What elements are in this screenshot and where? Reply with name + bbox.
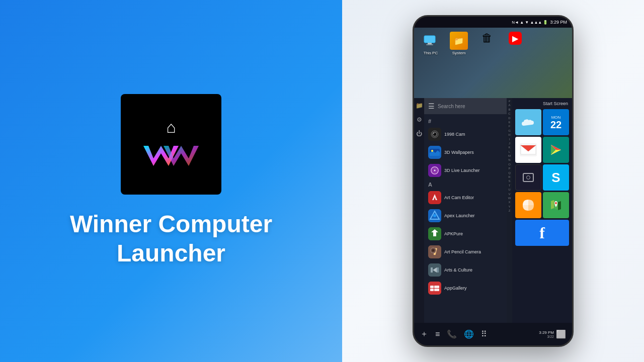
taskbar-time: 3:29 PM 3/22 bbox=[539, 330, 554, 338]
alpha-s[interactable]: S bbox=[509, 179, 511, 183]
tile-photos[interactable] bbox=[515, 192, 541, 218]
status-bar: N◄ ▲ ▼ ▲▲▲ 🔋 3:29 PM bbox=[414, 17, 572, 28]
power-sidebar-icon[interactable]: ⏻ bbox=[416, 130, 422, 137]
app-icon-apex bbox=[428, 209, 441, 222]
system-icon: 📁 bbox=[450, 32, 468, 50]
tile-calendar[interactable]: Mon 22 bbox=[543, 109, 569, 135]
app-icon-1998cam bbox=[428, 128, 441, 141]
alpha-p[interactable]: P bbox=[509, 166, 511, 170]
alpha-hash[interactable]: # bbox=[509, 99, 510, 103]
svg-rect-28 bbox=[434, 286, 439, 288]
tile-maps[interactable] bbox=[543, 192, 569, 218]
tile-cloud[interactable] bbox=[515, 109, 541, 135]
app-name-3dlive: 3D Live Launcher bbox=[444, 168, 480, 173]
alpha-u[interactable]: U bbox=[508, 188, 510, 192]
app-item-artpencil[interactable]: Art Pencil Camera bbox=[424, 243, 507, 261]
app-name-3dwallpapers: 3D Wallpapers bbox=[444, 150, 474, 155]
alpha-k[interactable]: K bbox=[509, 145, 511, 149]
tile-playstore[interactable] bbox=[543, 137, 569, 163]
folder-sidebar-icon[interactable]: 📁 bbox=[416, 102, 423, 109]
taskbar-right: 3:29 PM 3/22 ⬜ bbox=[539, 329, 566, 339]
thispc-label: This PC bbox=[424, 51, 438, 55]
alpha-l[interactable]: L bbox=[509, 150, 510, 154]
svg-point-5 bbox=[433, 132, 437, 136]
app-item-3dwallpapers[interactable]: 3D Wallpapers bbox=[424, 143, 507, 161]
alpha-e[interactable]: E bbox=[509, 120, 511, 124]
alpha-c[interactable]: C bbox=[508, 112, 510, 116]
alpha-q[interactable]: Q bbox=[508, 171, 511, 175]
settings-sidebar-icon[interactable]: ⚙ bbox=[417, 116, 422, 123]
app-item-arts[interactable]: Arts & Culture bbox=[424, 261, 507, 279]
taskbar-menu-icon[interactable]: ≡ bbox=[435, 330, 440, 339]
tile-gmail[interactable] bbox=[515, 137, 541, 163]
svg-rect-29 bbox=[434, 289, 439, 291]
tile-calendar-date: 22 bbox=[550, 120, 561, 130]
tile-skype[interactable]: S bbox=[543, 164, 569, 191]
taskbar-add-icon[interactable]: ＋ bbox=[420, 329, 428, 339]
app-title: Winner Computer Launcher bbox=[70, 210, 272, 267]
alpha-a[interactable]: A bbox=[509, 103, 511, 107]
desktop-icon-youtube[interactable]: ▶ bbox=[503, 32, 528, 55]
alpha-v[interactable]: V bbox=[509, 192, 511, 196]
taskbar-globe-icon[interactable]: 🌐 bbox=[464, 329, 474, 339]
svg-point-6 bbox=[433, 133, 434, 134]
app-item-apex[interactable]: Apex Launcher bbox=[424, 207, 507, 225]
app-item-1998cam[interactable]: 1998 Cam bbox=[424, 125, 507, 143]
alpha-i[interactable]: I bbox=[509, 137, 510, 141]
pc-icon bbox=[422, 32, 440, 50]
svg-point-13 bbox=[434, 169, 436, 171]
alpha-m[interactable]: M bbox=[508, 154, 511, 158]
alpha-t[interactable]: T bbox=[509, 184, 511, 188]
app-name-apkpure: APKPure bbox=[444, 231, 463, 236]
taskbar-windows-icon[interactable]: ⬜ bbox=[556, 329, 566, 339]
alpha-z[interactable]: Z bbox=[509, 209, 511, 213]
alpha-n[interactable]: N bbox=[508, 158, 510, 162]
app-item-3dlive[interactable]: 3D Live Launcher bbox=[424, 161, 507, 179]
app-icon-artcam bbox=[428, 191, 441, 204]
left-panel: ⌂ Winner Computer Launcher bbox=[0, 0, 342, 362]
svg-rect-1 bbox=[428, 43, 432, 44]
alpha-h[interactable]: H bbox=[508, 133, 510, 137]
apps-list: # 1998 Cam bbox=[424, 114, 507, 323]
taskbar-grid-icon[interactable]: ⠿ bbox=[481, 329, 487, 339]
alpha-b[interactable]: B bbox=[509, 108, 511, 112]
taskbar-date-text: 3/22 bbox=[547, 335, 554, 338]
svg-rect-14 bbox=[428, 191, 441, 204]
app-name-artpencil: Art Pencil Camera bbox=[444, 249, 481, 254]
signal-icons: N◄ ▲ ▼ ▲▲▲ 🔋 bbox=[512, 20, 548, 25]
app-item-appgallery[interactable]: AppGallery bbox=[424, 279, 507, 297]
section-a: A bbox=[424, 179, 507, 189]
tile-camera[interactable] bbox=[515, 164, 541, 191]
start-screen-title: Start Screen bbox=[514, 100, 570, 108]
alpha-r[interactable]: R bbox=[508, 175, 510, 179]
app-item-apkpure[interactable]: APKPure bbox=[424, 225, 507, 243]
app-icon-3dlive bbox=[428, 164, 441, 177]
desktop-icon-system[interactable]: 📁 System bbox=[446, 32, 471, 55]
app-icon-appgallery bbox=[428, 282, 441, 295]
desktop-icon-thispc[interactable]: This PC bbox=[418, 32, 443, 55]
svg-rect-27 bbox=[430, 289, 434, 291]
search-input[interactable]: Search here bbox=[438, 104, 503, 109]
alpha-w[interactable]: W bbox=[508, 196, 511, 200]
app-logo: ⌂ bbox=[121, 94, 221, 195]
alpha-g[interactable]: G bbox=[508, 129, 511, 133]
alpha-f[interactable]: F bbox=[509, 124, 511, 128]
w-logo-icon bbox=[141, 141, 201, 171]
app-item-artcam[interactable]: Art Cam Editor bbox=[424, 189, 507, 207]
status-time: 3:29 PM bbox=[550, 20, 567, 25]
app-name-1998cam: 1998 Cam bbox=[444, 132, 465, 137]
tile-facebook[interactable]: f bbox=[515, 220, 569, 246]
desktop-icon-trash[interactable]: 🗑 bbox=[474, 32, 500, 55]
svg-rect-2 bbox=[426, 44, 433, 45]
alpha-o[interactable]: O bbox=[508, 162, 511, 166]
app-name-arts: Arts & Culture bbox=[444, 267, 472, 273]
taskbar-phone-icon[interactable]: 📞 bbox=[447, 329, 457, 339]
alpha-d[interactable]: D bbox=[508, 116, 510, 120]
alpha-j[interactable]: J bbox=[509, 141, 510, 145]
phone-mockup: N◄ ▲ ▼ ▲▲▲ 🔋 3:29 PM This PC 📁 System bbox=[413, 15, 574, 347]
alpha-y[interactable]: Y bbox=[509, 205, 511, 209]
hamburger-icon[interactable]: ☰ bbox=[428, 102, 435, 110]
alpha-x[interactable]: X bbox=[509, 200, 511, 204]
sidebar-icons: 📁 ⚙ ⏻ bbox=[414, 98, 424, 323]
app-icon-3dwallpapers bbox=[428, 146, 441, 159]
